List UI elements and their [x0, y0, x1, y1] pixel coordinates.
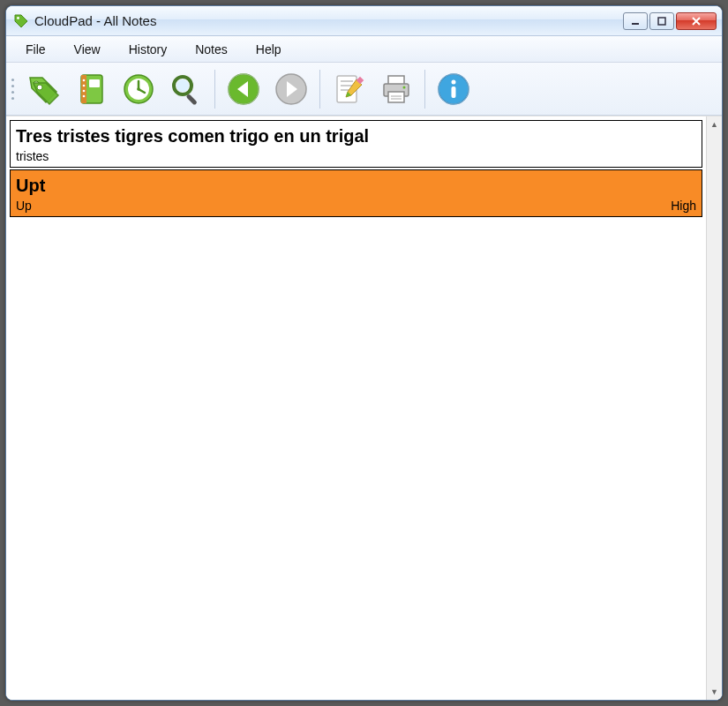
- maximize-button[interactable]: [649, 12, 674, 30]
- window-controls: [623, 12, 717, 30]
- toolbar: [6, 63, 722, 116]
- edit-button[interactable]: [326, 66, 372, 112]
- notebook-button[interactable]: [68, 66, 114, 112]
- svg-point-16: [176, 79, 189, 92]
- history-icon: [120, 71, 157, 108]
- scroll-down-arrow[interactable]: ▼: [709, 686, 721, 698]
- note-title: Tres tristes tigres comen trigo en un tr…: [16, 124, 696, 147]
- menu-view[interactable]: View: [62, 39, 113, 60]
- tag-icon: [25, 71, 62, 108]
- svg-rect-35: [452, 86, 456, 98]
- note-meta-row: UpHigh: [16, 199, 696, 213]
- svg-rect-1: [632, 23, 639, 25]
- search-icon: [168, 71, 205, 108]
- menu-notes[interactable]: Notes: [183, 39, 240, 60]
- back-icon: [225, 71, 262, 108]
- vertical-scrollbar[interactable]: ▲ ▼: [706, 116, 722, 700]
- toolbar-separator: [319, 70, 320, 109]
- notebook-icon: [72, 71, 109, 108]
- svg-point-8: [83, 84, 86, 86]
- titlebar[interactable]: CloudPad - All Notes: [6, 6, 722, 36]
- note-card[interactable]: Tres tristes tigres comen trigo en un tr…: [10, 120, 702, 168]
- menubar: File View History Notes Help: [6, 36, 722, 63]
- svg-point-9: [83, 89, 86, 92]
- note-card[interactable]: UptUpHigh: [10, 169, 702, 217]
- svg-point-34: [452, 79, 456, 84]
- content-area: Tres tristes tigres comen trigo en un tr…: [6, 116, 722, 700]
- toolbar-separator: [214, 70, 215, 109]
- svg-rect-17: [185, 94, 197, 105]
- svg-rect-11: [89, 79, 100, 87]
- minimize-button[interactable]: [623, 12, 648, 30]
- history-button[interactable]: [116, 66, 161, 112]
- svg-rect-28: [388, 92, 404, 102]
- menu-help[interactable]: Help: [244, 39, 294, 60]
- toolbar-separator: [424, 70, 425, 109]
- app-tag-icon: [13, 13, 29, 29]
- print-button[interactable]: [373, 66, 419, 112]
- back-button[interactable]: [221, 66, 266, 112]
- note-tag: Up: [16, 199, 32, 213]
- print-icon: [378, 71, 415, 108]
- forward-button[interactable]: [268, 66, 314, 112]
- close-button[interactable]: [676, 12, 717, 30]
- note-title: Upt: [16, 174, 696, 197]
- edit-icon: [330, 71, 367, 108]
- menu-history[interactable]: History: [116, 39, 180, 60]
- toolbar-grip[interactable]: [10, 70, 17, 109]
- notes-list[interactable]: Tres tristes tigres comen trigo en un tr…: [6, 116, 706, 700]
- window-title: CloudPad - All Notes: [34, 13, 623, 28]
- search-button[interactable]: [163, 66, 209, 112]
- note-meta-row: tristes: [16, 149, 696, 163]
- note-tag: tristes: [16, 149, 49, 163]
- svg-point-31: [403, 86, 406, 88]
- menu-file[interactable]: File: [13, 39, 58, 60]
- app-window: CloudPad - All Notes File View History N…: [5, 5, 723, 701]
- forward-icon: [273, 71, 310, 108]
- svg-point-7: [83, 79, 86, 81]
- svg-point-10: [83, 94, 86, 97]
- info-button[interactable]: [431, 66, 477, 112]
- svg-point-0: [17, 17, 19, 19]
- scroll-up-arrow[interactable]: ▲: [709, 118, 721, 131]
- svg-rect-2: [658, 18, 665, 25]
- svg-point-4: [37, 85, 42, 90]
- tag-button[interactable]: [20, 66, 66, 112]
- svg-point-14: [137, 87, 140, 91]
- note-priority: High: [671, 199, 696, 213]
- info-icon: [435, 71, 472, 108]
